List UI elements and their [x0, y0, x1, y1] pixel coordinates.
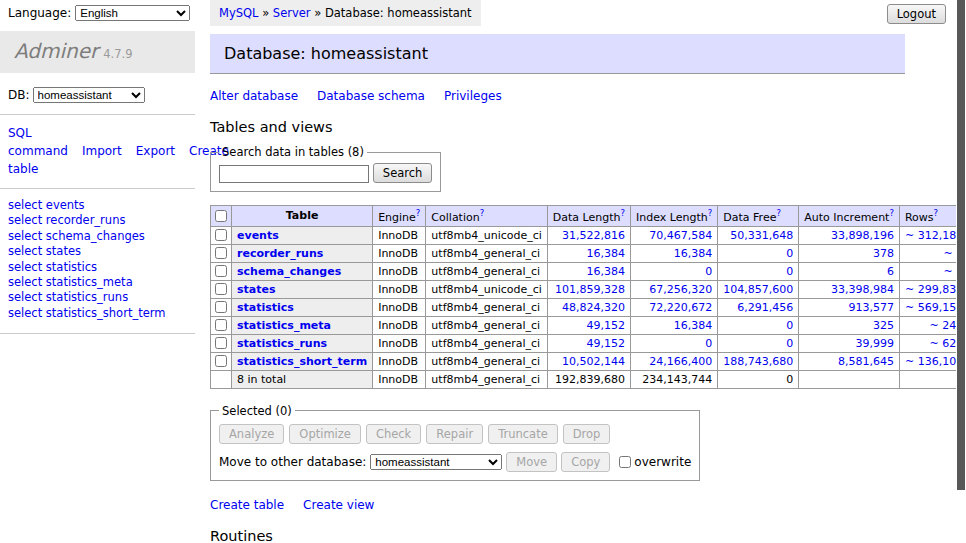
cell-index-length-link[interactable]: 16,384: [674, 247, 713, 260]
column-hint-link[interactable]: ?: [776, 208, 781, 218]
select-link-states[interactable]: select: [8, 244, 42, 258]
table-link-statistics_meta[interactable]: statistics_meta: [237, 319, 331, 332]
sidebar-table-link-states[interactable]: states: [46, 244, 81, 258]
breadcrumb-item-server[interactable]: Server: [273, 6, 311, 20]
cell-index-length-link[interactable]: 70,467,584: [649, 229, 712, 242]
cell-data-length-link[interactable]: 16,384: [587, 265, 626, 278]
row-checkbox-statistics_runs[interactable]: [215, 337, 227, 349]
scrollbar-thumb[interactable]: [957, 0, 965, 490]
cell-index-length-link[interactable]: 72,220,672: [649, 301, 712, 314]
cell-auto-increment-link[interactable]: 8,581,645: [838, 355, 894, 368]
cell-auto-increment-link[interactable]: 378: [873, 247, 894, 260]
move-action-copy[interactable]: Copy: [561, 452, 610, 472]
selected-action-optimize[interactable]: Optimize: [289, 424, 361, 444]
select-link-statistics_meta[interactable]: select: [8, 275, 42, 289]
breadcrumb-item-mysql[interactable]: MySQL: [219, 6, 259, 20]
db-link-privileges[interactable]: Privileges: [444, 89, 502, 103]
cell-rows-link[interactable]: ~ 136,108: [905, 355, 963, 368]
cell-rows-link[interactable]: ~ 299,833: [905, 283, 963, 296]
select-link-recorder_runs[interactable]: select: [8, 213, 42, 227]
select-link-schema_changes[interactable]: select: [8, 229, 42, 243]
cell-data-length-link[interactable]: 31,522,816: [562, 229, 625, 242]
selected-action-check[interactable]: Check: [366, 424, 421, 444]
sidebar-table-link-statistics_runs[interactable]: statistics_runs: [46, 290, 128, 304]
sidebar-action-export[interactable]: Export: [136, 144, 175, 158]
cell-index-length-link[interactable]: 0: [705, 337, 712, 350]
move-action-move[interactable]: Move: [506, 452, 557, 472]
cell-index-length-link[interactable]: 0: [705, 265, 712, 278]
sidebar-table-link-schema_changes[interactable]: schema_changes: [46, 229, 145, 243]
db-select[interactable]: homeassistant: [33, 87, 145, 103]
cell-auto-increment-link[interactable]: 33,398,984: [831, 283, 894, 296]
cell-index-length-link[interactable]: 67,256,320: [649, 283, 712, 296]
cell-data-free-link[interactable]: 0: [786, 265, 793, 278]
sidebar-table-link-recorder_runs[interactable]: recorder_runs: [46, 213, 126, 227]
column-hint-link[interactable]: ?: [934, 208, 939, 218]
column-hint-link[interactable]: ?: [480, 208, 485, 218]
select-link-events[interactable]: select: [8, 198, 42, 212]
cell-auto-increment-link[interactable]: 6: [887, 265, 894, 278]
cell-index-length-link[interactable]: 24,166,400: [649, 355, 712, 368]
db-link-alter-database[interactable]: Alter database: [210, 89, 298, 103]
column-hint-link[interactable]: ?: [416, 208, 421, 218]
select-all-checkbox[interactable]: [215, 210, 227, 222]
db-link-database-schema[interactable]: Database schema: [317, 89, 425, 103]
cell-data-length-link[interactable]: 16,384: [587, 247, 626, 260]
sidebar-table-link-events[interactable]: events: [46, 198, 85, 212]
table-link-schema_changes[interactable]: schema_changes: [237, 265, 341, 278]
table-link-statistics[interactable]: statistics: [237, 301, 294, 314]
cell-auto-increment-link[interactable]: 33,898,196: [831, 229, 894, 242]
cell-data-length-link[interactable]: 10,502,144: [562, 355, 625, 368]
table-link-statistics_runs[interactable]: statistics_runs: [237, 337, 327, 350]
select-link-statistics_runs[interactable]: select: [8, 290, 42, 304]
cell-data-free-link[interactable]: 0: [786, 319, 793, 332]
sidebar-action-sql-command[interactable]: SQL command: [8, 126, 68, 158]
sidebar-table-link-statistics_meta[interactable]: statistics_meta: [46, 275, 133, 289]
cell-data-free-link[interactable]: 50,331,648: [730, 229, 793, 242]
cell-data-length-link[interactable]: 49,152: [587, 337, 626, 350]
cell-data-free-link[interactable]: 0: [786, 247, 793, 260]
row-checkbox-schema_changes[interactable]: [215, 265, 227, 277]
create-link-create-view[interactable]: Create view: [303, 498, 374, 512]
table-link-states[interactable]: states: [237, 283, 276, 296]
cell-data-free-link[interactable]: 188,743,680: [723, 355, 793, 368]
table-link-recorder_runs[interactable]: recorder_runs: [237, 247, 323, 260]
column-hint-link[interactable]: ?: [708, 208, 713, 218]
cell-auto-increment-link[interactable]: 325: [873, 319, 894, 332]
cell-data-length-link[interactable]: 48,824,320: [562, 301, 625, 314]
cell-rows-link[interactable]: ~ 312,180: [905, 229, 963, 242]
logout-button[interactable]: Logout: [887, 4, 946, 24]
language-select[interactable]: English: [75, 5, 190, 21]
table-link-statistics_short_term[interactable]: statistics_short_term: [237, 355, 367, 368]
row-checkbox-recorder_runs[interactable]: [215, 247, 227, 259]
cell-data-length-link[interactable]: 101,859,328: [555, 283, 625, 296]
selected-action-truncate[interactable]: Truncate: [488, 424, 558, 444]
cell-auto-increment-link[interactable]: 913,577: [848, 301, 894, 314]
cell-data-free-link[interactable]: 6,291,456: [737, 301, 793, 314]
row-checkbox-events[interactable]: [215, 229, 227, 241]
row-checkbox-states[interactable]: [215, 283, 227, 295]
column-hint-link[interactable]: ?: [889, 208, 894, 218]
move-db-select[interactable]: homeassistant: [370, 454, 502, 470]
search-input[interactable]: [219, 165, 369, 183]
cell-auto-increment-link[interactable]: 39,999: [855, 337, 894, 350]
column-hint-link[interactable]: ?: [621, 208, 626, 218]
sidebar-action-import[interactable]: Import: [82, 144, 122, 158]
selected-action-analyze[interactable]: Analyze: [219, 424, 284, 444]
create-link-create-table[interactable]: Create table: [210, 498, 284, 512]
selected-action-drop[interactable]: Drop: [563, 424, 611, 444]
cell-data-length-link[interactable]: 49,152: [587, 319, 626, 332]
cell-rows-link[interactable]: ~ 569,159: [905, 301, 963, 314]
selected-action-repair[interactable]: Repair: [426, 424, 483, 444]
row-checkbox-statistics_short_term[interactable]: [215, 355, 227, 367]
table-link-events[interactable]: events: [237, 229, 279, 242]
select-link-statistics[interactable]: select: [8, 260, 42, 274]
row-checkbox-statistics_meta[interactable]: [215, 319, 227, 331]
cell-data-free-link[interactable]: 0: [786, 337, 793, 350]
cell-data-free-link[interactable]: 104,857,600: [723, 283, 793, 296]
row-checkbox-statistics[interactable]: [215, 301, 227, 313]
sidebar-table-link-statistics[interactable]: statistics: [46, 260, 97, 274]
sidebar-table-link-statistics_short_term[interactable]: statistics_short_term: [46, 306, 166, 320]
select-link-statistics_short_term[interactable]: select: [8, 306, 42, 320]
overwrite-checkbox[interactable]: [619, 456, 631, 468]
